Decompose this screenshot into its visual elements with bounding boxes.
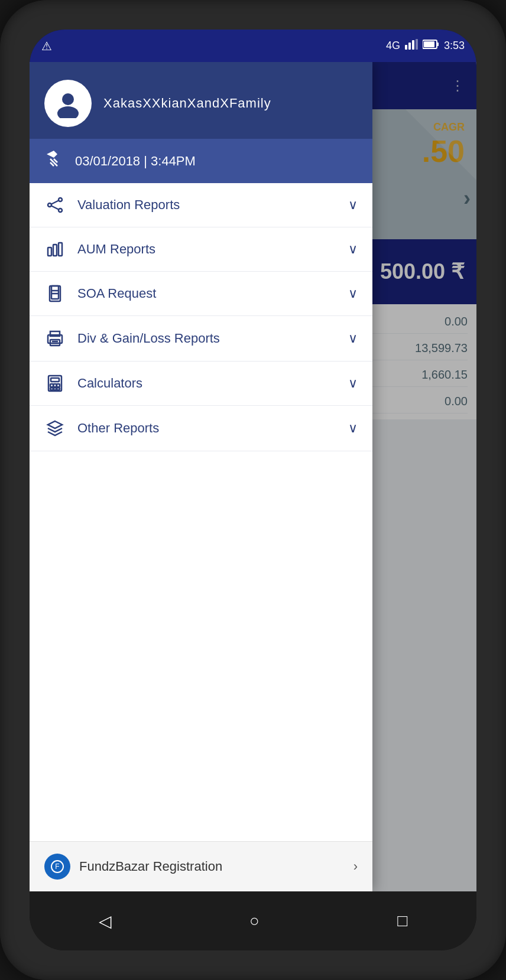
printer-icon [44, 329, 66, 348]
svg-rect-34 [57, 384, 60, 387]
menu-item-other-reports[interactable]: Other Reports ∨ [30, 406, 372, 451]
chevron-down-icon: ∨ [348, 421, 358, 436]
status-bar: ⚠ 4G [30, 30, 476, 62]
screen-content: ⋮ CAGR .50 › 500.00 ₹ 0.00 13,599.73 1,6… [30, 62, 476, 891]
svg-point-8 [57, 106, 79, 118]
avatar [44, 80, 92, 127]
menu-item-valuation-reports[interactable]: Valuation Reports ∨ [30, 183, 372, 227]
svg-line-16 [51, 201, 59, 204]
svg-line-17 [51, 206, 59, 210]
svg-rect-2 [412, 40, 414, 50]
datetime-icon [44, 149, 63, 172]
svg-rect-1 [408, 43, 411, 50]
svg-rect-31 [51, 378, 59, 382]
warning-icon: ⚠ [41, 39, 52, 53]
menu-item-div-gain-loss[interactable]: Div & Gain/Loss Reports ∨ [30, 316, 372, 362]
svg-point-13 [48, 203, 51, 207]
svg-rect-5 [424, 41, 434, 47]
signal-bars-icon [405, 39, 418, 53]
svg-point-7 [62, 93, 74, 105]
svg-rect-20 [59, 243, 62, 256]
menu-item-aum-reports[interactable]: AUM Reports ∨ [30, 227, 372, 272]
svg-rect-19 [53, 245, 57, 256]
menu-item-calculators[interactable]: Calculators ∨ [30, 362, 372, 406]
svg-rect-37 [57, 388, 60, 390]
svg-text:F: F [55, 862, 59, 871]
svg-line-10 [54, 159, 57, 162]
soa-request-label: SOA Request [77, 286, 336, 301]
svg-rect-22 [51, 286, 59, 299]
status-right: 4G 3:53 [386, 39, 465, 53]
phone-frame: ⚠ 4G [0, 0, 506, 980]
chevron-down-icon: ∨ [348, 286, 358, 301]
signal-label: 4G [386, 40, 400, 52]
div-gain-loss-label: Div & Gain/Loss Reports [77, 331, 336, 346]
drawer-menu: Valuation Reports ∨ AUM Reports [30, 183, 372, 841]
calculators-label: Calculators [77, 376, 336, 391]
user-section: XakasXXkianXandXFamily [30, 62, 372, 139]
layers-icon [44, 419, 66, 438]
calculator-icon [44, 375, 66, 392]
share-nodes-icon [44, 196, 66, 214]
aum-reports-label: AUM Reports [77, 242, 336, 257]
date-section: 03/01/2018 | 3:44PM [30, 139, 372, 183]
svg-rect-18 [48, 248, 51, 256]
recents-button[interactable]: □ [397, 911, 407, 930]
svg-point-14 [59, 198, 62, 201]
bar-chart-icon [44, 240, 66, 258]
svg-rect-0 [405, 45, 407, 50]
svg-line-12 [54, 162, 57, 166]
fundzbazar-registration-label: FundzBazar Registration [79, 859, 345, 874]
drawer-footer[interactable]: F FundzBazar Registration › [30, 841, 372, 891]
nav-bar: ◁ ○ □ [30, 891, 476, 950]
chevron-down-icon: ∨ [348, 242, 358, 257]
svg-rect-6 [437, 43, 439, 46]
chevron-right-icon: › [353, 859, 358, 874]
side-drawer: XakasXXkianXandXFamily 0 [30, 62, 372, 891]
svg-rect-26 [50, 331, 60, 336]
svg-rect-3 [416, 39, 418, 50]
battery-icon [423, 39, 439, 53]
phone-screen: ⚠ 4G [30, 30, 476, 950]
date-time-display: 03/01/2018 | 3:44PM [75, 154, 196, 169]
document-icon [44, 285, 66, 302]
other-reports-label: Other Reports [77, 421, 336, 436]
user-name: XakasXXkianXandXFamily [103, 96, 271, 111]
svg-marker-38 [48, 421, 62, 428]
chevron-down-icon: ∨ [348, 197, 358, 213]
svg-line-9 [50, 159, 54, 162]
svg-point-15 [59, 209, 62, 212]
back-button[interactable]: ◁ [99, 911, 112, 931]
home-button[interactable]: ○ [249, 911, 260, 930]
drawer-header: XakasXXkianXandXFamily 0 [30, 62, 372, 183]
chevron-down-icon: ∨ [348, 331, 358, 346]
fundzbazar-icon: F [44, 854, 70, 880]
menu-item-soa-request[interactable]: SOA Request ∨ [30, 272, 372, 316]
svg-line-11 [50, 162, 54, 166]
time-display: 3:53 [444, 40, 465, 52]
chevron-down-icon: ∨ [348, 376, 358, 391]
valuation-reports-label: Valuation Reports [77, 197, 336, 213]
